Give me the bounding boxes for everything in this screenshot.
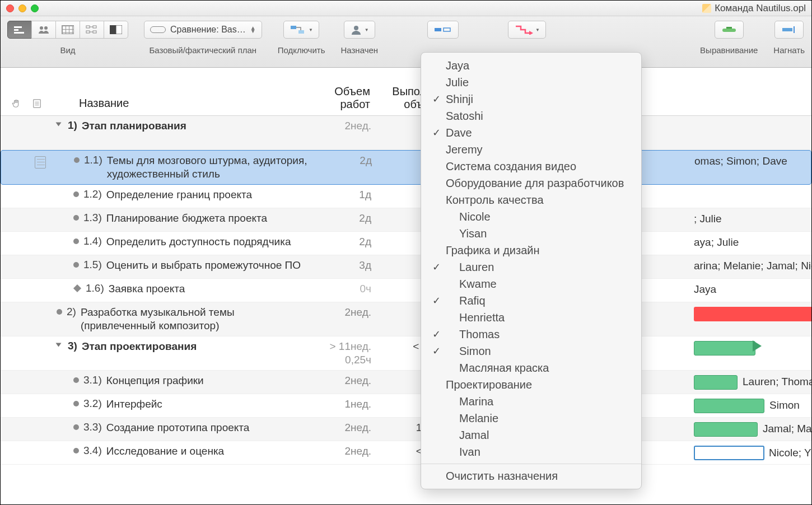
volume-cell[interactable]: 2д — [315, 154, 376, 167]
popup-person[interactable]: ✓Rafiq — [421, 292, 641, 309]
status-dot-icon — [73, 191, 79, 197]
volume-cell[interactable]: 2нед. — [314, 374, 376, 387]
popup-person[interactable]: ✓Dave — [421, 124, 641, 141]
split-button[interactable] — [427, 21, 459, 39]
volume-cell[interactable]: 2д — [314, 212, 376, 225]
task-row[interactable]: 1.2)Определение границ проекта1д1 — [1, 185, 811, 208]
traffic-lights — [6, 4, 39, 12]
popup-person[interactable]: ✓Thomas — [421, 326, 641, 343]
clear-assignments[interactable]: Очистить назначения — [421, 467, 641, 484]
volume-cell[interactable]: 2д — [314, 235, 376, 249]
disclosure-triangle[interactable] — [57, 342, 64, 350]
task-row[interactable]: 1.6)Заявка проекта0чJaya — [1, 279, 811, 302]
col-name[interactable]: Название — [51, 92, 314, 115]
task-name-cell[interactable]: 3.3)Создание прототипа проекта — [51, 421, 314, 434]
task-name-cell[interactable]: 1.6)Заявка проекта — [51, 282, 314, 296]
gantt-bar-label: Simon — [764, 399, 800, 412]
task-row[interactable]: 1)Этап планирования2нед.< 1нед. 24,75 — [1, 116, 811, 150]
catchup-button[interactable] — [774, 21, 804, 39]
popup-person[interactable]: Henrietta — [421, 309, 641, 326]
task-row[interactable]: 3)Этап проектирования> 11нед. 0,25ч< 4не… — [1, 336, 811, 371]
disclosure-triangle[interactable] — [57, 121, 64, 129]
popup-person[interactable]: Jeremy — [421, 141, 641, 158]
popup-person[interactable]: Jaya — [421, 57, 641, 74]
popup-person[interactable]: ✓Shinji — [421, 91, 641, 107]
gantt-bar[interactable]: Simon — [694, 399, 764, 413]
view-network-button[interactable] — [80, 21, 104, 39]
task-row[interactable]: 1.4)Определить доступность подрядчика2д>… — [1, 232, 811, 255]
popup-person[interactable]: Marina — [421, 393, 641, 410]
popup-person[interactable]: Julie — [421, 74, 641, 91]
critical-button[interactable]: ▼ — [508, 21, 546, 39]
gantt-bar[interactable] — [694, 341, 755, 356]
gantt-bar-label: Jamal; Marina; S — [757, 423, 811, 435]
volume-cell[interactable]: 2нед. — [314, 119, 376, 133]
gantt-bar[interactable]: Lauren; Thomas — [694, 375, 738, 390]
task-name-cell[interactable]: 2)Разработка музыкальной темы (привлечен… — [51, 306, 314, 333]
popup-person[interactable]: Yisan — [421, 225, 641, 242]
popup-person[interactable]: Kwame — [421, 275, 641, 292]
task-row[interactable]: 3.1)Концепция графики2нед.4д 5,5Lauren; … — [1, 371, 811, 394]
task-name-cell[interactable]: 1.3)Планирование бюджета проекта — [51, 212, 314, 225]
volume-cell[interactable]: 3д — [314, 259, 376, 272]
task-row[interactable]: 3.4)Исследование и оценка2нед.< 4д 2,75ч… — [1, 441, 811, 465]
task-name-cell[interactable]: 3)Этап проектирования — [51, 340, 314, 353]
task-name-cell[interactable]: 1.5)Оценить и выбрать промежуточное ПО — [51, 259, 314, 272]
svg-rect-5 — [86, 26, 90, 28]
volume-cell[interactable]: 0ч — [314, 282, 376, 296]
note-icon[interactable] — [35, 156, 46, 169]
task-name-cell[interactable]: 1.1)Темы для мозгового штурма, аудитория… — [52, 154, 315, 181]
gantt-bar[interactable]: Jamal; Marina; S — [694, 422, 758, 437]
task-name-cell[interactable]: 1.4)Определить доступность подрядчика — [51, 235, 314, 249]
popup-group: Графика и дизайн — [421, 242, 641, 259]
task-name-cell[interactable]: 3.2)Интерфейс — [51, 398, 314, 411]
view-gantt-button[interactable] — [7, 21, 32, 39]
view-styles-button[interactable] — [104, 21, 128, 39]
popup-person[interactable]: Satoshi — [421, 107, 641, 124]
assignees-text: Jaya — [694, 283, 716, 296]
milestone-diamond-icon — [73, 284, 81, 292]
volume-cell[interactable]: 1д — [314, 188, 376, 202]
window-minimize-button[interactable] — [18, 4, 26, 12]
volume-cell[interactable]: 2нед. — [314, 421, 376, 434]
task-name-cell[interactable]: 3.4)Исследование и оценка — [51, 445, 314, 458]
popup-person[interactable]: Масляная краска — [421, 359, 641, 376]
task-name-cell[interactable]: 1)Этап планирования — [51, 119, 314, 133]
task-title: Темы для мозгового штурма, аудитория, ху… — [107, 154, 309, 181]
assign-popup[interactable]: JayaJulie✓ShinjiSatoshi✓DaveJeremyСистем… — [421, 52, 642, 489]
popup-person[interactable]: ✓Simon — [421, 343, 641, 359]
volume-cell[interactable]: > 11нед. 0,25ч — [314, 340, 376, 367]
window-close-button[interactable] — [6, 4, 14, 12]
volume-cell[interactable]: 2нед. — [314, 445, 376, 458]
popup-person[interactable]: ✓Lauren — [421, 259, 641, 275]
window-zoom-button[interactable] — [31, 4, 39, 12]
popup-group: Проектирование — [421, 376, 641, 393]
task-row[interactable]: 3.3)Создание прототипа проекта2нед.1нед.… — [1, 418, 811, 441]
svg-rect-13 — [291, 26, 296, 29]
status-dot-icon — [73, 239, 79, 244]
col-volume[interactable]: Объем работ — [314, 81, 376, 115]
assign-button[interactable]: ▼ — [344, 21, 375, 39]
updown-icon: ▲▼ — [250, 26, 256, 33]
gantt-bar[interactable]: Nicole; Yisa — [694, 446, 764, 460]
task-row[interactable]: 1.3)Планирование бюджета проекта2д> 6; J… — [1, 208, 811, 232]
compare-dropdown[interactable]: Сравнение: Bas… ▲▼ — [144, 21, 262, 39]
task-row[interactable]: 1.1)Темы для мозгового штурма, аудитория… — [1, 150, 811, 185]
task-name-cell[interactable]: 3.1)Концепция графики — [51, 374, 314, 387]
task-row[interactable]: 1.5)Оценить и выбрать промежуточное ПО3д… — [1, 255, 811, 279]
connect-button[interactable]: ▼ — [283, 21, 319, 39]
svg-rect-0 — [14, 26, 22, 28]
task-row[interactable]: 2)Разработка музыкальной темы (привлечен… — [1, 302, 811, 336]
popup-person[interactable]: Melanie — [421, 410, 641, 427]
popup-person[interactable]: Jamal — [421, 427, 641, 443]
view-calendar-button[interactable] — [55, 21, 80, 39]
popup-person[interactable]: Ivan — [421, 443, 641, 460]
gantt-bar[interactable] — [694, 307, 811, 321]
task-row[interactable]: 3.2)Интерфейс1нед.> 6,5Simon — [1, 394, 811, 418]
volume-cell[interactable]: 2нед. — [314, 306, 376, 319]
volume-cell[interactable]: 1нед. — [314, 398, 376, 411]
view-resources-button[interactable] — [31, 21, 56, 39]
levelling-button[interactable] — [715, 21, 744, 39]
task-name-cell[interactable]: 1.2)Определение границ проекта — [51, 188, 314, 202]
popup-person[interactable]: Nicole — [421, 208, 641, 225]
